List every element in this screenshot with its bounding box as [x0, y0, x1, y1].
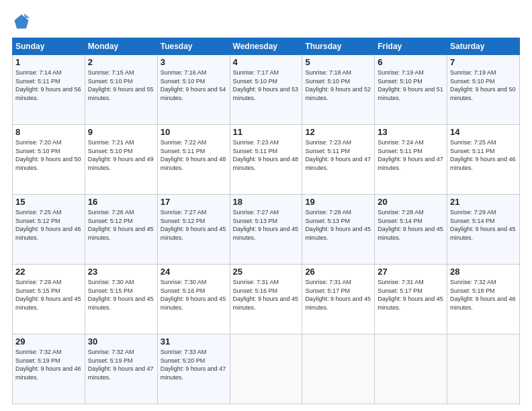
day-info: Sunrise: 7:28 AM Sunset: 5:14 PM Dayligh…: [378, 208, 444, 242]
col-header-saturday: Saturday: [447, 38, 520, 55]
day-info: Sunrise: 7:19 AM Sunset: 5:10 PM Dayligh…: [450, 68, 517, 102]
day-info: Sunrise: 7:31 AM Sunset: 5:17 PM Dayligh…: [305, 278, 371, 312]
calendar-cell: 7 Sunrise: 7:19 AM Sunset: 5:10 PM Dayli…: [447, 55, 520, 125]
day-number: 9: [88, 127, 154, 137]
calendar-cell: 21 Sunrise: 7:29 AM Sunset: 5:14 PM Dayl…: [447, 195, 520, 265]
day-info: Sunrise: 7:27 AM Sunset: 5:13 PM Dayligh…: [233, 208, 300, 242]
col-header-tuesday: Tuesday: [157, 38, 230, 55]
day-info: Sunrise: 7:22 AM Sunset: 5:11 PM Dayligh…: [161, 138, 227, 172]
day-number: 13: [378, 127, 444, 137]
day-info: Sunrise: 7:32 AM Sunset: 5:19 PM Dayligh…: [15, 348, 82, 381]
day-number: 23: [88, 267, 154, 277]
day-number: 28: [450, 267, 517, 277]
day-info: Sunrise: 7:31 AM Sunset: 5:17 PM Dayligh…: [378, 278, 444, 312]
day-info: Sunrise: 7:17 AM Sunset: 5:10 PM Dayligh…: [233, 68, 300, 102]
day-number: 16: [88, 197, 154, 207]
calendar-cell: [375, 334, 447, 404]
day-number: 19: [305, 197, 371, 207]
calendar-cell: [302, 334, 375, 404]
day-info: Sunrise: 7:23 AM Sunset: 5:11 PM Dayligh…: [233, 138, 300, 172]
calendar-cell: 28 Sunrise: 7:32 AM Sunset: 5:18 PM Dayl…: [447, 265, 520, 334]
col-header-sunday: Sunday: [13, 38, 85, 55]
day-number: 4: [233, 57, 300, 67]
day-info: Sunrise: 7:14 AM Sunset: 5:11 PM Dayligh…: [15, 68, 82, 102]
day-number: 7: [450, 57, 517, 67]
calendar-cell: 30 Sunrise: 7:32 AM Sunset: 5:19 PM Dayl…: [85, 334, 157, 404]
day-number: 2: [88, 57, 154, 67]
calendar-cell: 8 Sunrise: 7:20 AM Sunset: 5:10 PM Dayli…: [13, 125, 85, 195]
day-info: Sunrise: 7:32 AM Sunset: 5:19 PM Dayligh…: [88, 348, 154, 381]
day-number: 24: [161, 267, 227, 277]
day-info: Sunrise: 7:28 AM Sunset: 5:13 PM Dayligh…: [305, 208, 371, 242]
calendar-cell: 31 Sunrise: 7:33 AM Sunset: 5:20 PM Dayl…: [157, 334, 230, 404]
day-number: 5: [305, 57, 371, 67]
calendar-cell: 10 Sunrise: 7:22 AM Sunset: 5:11 PM Dayl…: [157, 125, 230, 195]
calendar-week-1: 1 Sunrise: 7:14 AM Sunset: 5:11 PM Dayli…: [13, 55, 520, 125]
col-header-friday: Friday: [375, 38, 447, 55]
logo-icon: [12, 12, 31, 31]
day-number: 12: [305, 127, 371, 137]
day-number: 20: [378, 197, 444, 207]
day-info: Sunrise: 7:25 AM Sunset: 5:11 PM Dayligh…: [450, 138, 517, 172]
day-number: 21: [450, 197, 517, 207]
calendar-cell: 1 Sunrise: 7:14 AM Sunset: 5:11 PM Dayli…: [13, 55, 85, 125]
day-info: Sunrise: 7:29 AM Sunset: 5:14 PM Dayligh…: [450, 208, 517, 242]
day-number: 29: [15, 336, 82, 347]
calendar-cell: 18 Sunrise: 7:27 AM Sunset: 5:13 PM Dayl…: [230, 195, 302, 265]
calendar-cell: 13 Sunrise: 7:24 AM Sunset: 5:11 PM Dayl…: [375, 125, 447, 195]
page: SundayMondayTuesdayWednesdayThursdayFrid…: [0, 0, 532, 411]
day-number: 31: [161, 336, 227, 347]
calendar-cell: 12 Sunrise: 7:23 AM Sunset: 5:11 PM Dayl…: [302, 125, 375, 195]
day-number: 14: [450, 127, 517, 137]
day-info: Sunrise: 7:26 AM Sunset: 5:12 PM Dayligh…: [88, 208, 154, 242]
day-info: Sunrise: 7:31 AM Sunset: 5:16 PM Dayligh…: [233, 278, 300, 312]
calendar-cell: 16 Sunrise: 7:26 AM Sunset: 5:12 PM Dayl…: [85, 195, 157, 265]
day-number: 10: [161, 127, 227, 137]
day-number: 1: [15, 57, 82, 67]
header: [12, 12, 520, 31]
day-info: Sunrise: 7:19 AM Sunset: 5:10 PM Dayligh…: [378, 68, 444, 102]
calendar-cell: 3 Sunrise: 7:16 AM Sunset: 5:10 PM Dayli…: [157, 55, 230, 125]
calendar-cell: 17 Sunrise: 7:27 AM Sunset: 5:12 PM Dayl…: [157, 195, 230, 265]
day-number: 11: [233, 127, 300, 137]
calendar-cell: [230, 334, 302, 404]
day-info: Sunrise: 7:18 AM Sunset: 5:10 PM Dayligh…: [305, 68, 371, 102]
calendar-cell: [447, 334, 520, 404]
calendar-cell: 24 Sunrise: 7:30 AM Sunset: 5:16 PM Dayl…: [157, 265, 230, 334]
day-info: Sunrise: 7:21 AM Sunset: 5:10 PM Dayligh…: [88, 138, 154, 172]
day-info: Sunrise: 7:33 AM Sunset: 5:20 PM Dayligh…: [161, 348, 227, 381]
calendar-week-4: 22 Sunrise: 7:29 AM Sunset: 5:15 PM Dayl…: [13, 265, 520, 334]
col-header-wednesday: Wednesday: [230, 38, 302, 55]
day-number: 18: [233, 197, 300, 207]
calendar-cell: 4 Sunrise: 7:17 AM Sunset: 5:10 PM Dayli…: [230, 55, 302, 125]
logo: [12, 12, 34, 31]
day-info: Sunrise: 7:25 AM Sunset: 5:12 PM Dayligh…: [15, 208, 82, 242]
day-number: 17: [161, 197, 227, 207]
calendar-cell: 22 Sunrise: 7:29 AM Sunset: 5:15 PM Dayl…: [13, 265, 85, 334]
day-info: Sunrise: 7:15 AM Sunset: 5:10 PM Dayligh…: [88, 68, 154, 102]
calendar-cell: 20 Sunrise: 7:28 AM Sunset: 5:14 PM Dayl…: [375, 195, 447, 265]
day-number: 8: [15, 127, 82, 137]
calendar-cell: 25 Sunrise: 7:31 AM Sunset: 5:16 PM Dayl…: [230, 265, 302, 334]
calendar-table: SundayMondayTuesdayWednesdayThursdayFrid…: [12, 38, 520, 404]
calendar-cell: 9 Sunrise: 7:21 AM Sunset: 5:10 PM Dayli…: [85, 125, 157, 195]
day-info: Sunrise: 7:23 AM Sunset: 5:11 PM Dayligh…: [305, 138, 371, 172]
calendar-cell: 23 Sunrise: 7:30 AM Sunset: 5:15 PM Dayl…: [85, 265, 157, 334]
calendar-cell: 6 Sunrise: 7:19 AM Sunset: 5:10 PM Dayli…: [375, 55, 447, 125]
day-info: Sunrise: 7:30 AM Sunset: 5:16 PM Dayligh…: [161, 278, 227, 312]
calendar-cell: 5 Sunrise: 7:18 AM Sunset: 5:10 PM Dayli…: [302, 55, 375, 125]
day-info: Sunrise: 7:30 AM Sunset: 5:15 PM Dayligh…: [88, 278, 154, 312]
day-info: Sunrise: 7:32 AM Sunset: 5:18 PM Dayligh…: [450, 278, 517, 312]
col-header-monday: Monday: [85, 38, 157, 55]
calendar-week-3: 15 Sunrise: 7:25 AM Sunset: 5:12 PM Dayl…: [13, 195, 520, 265]
calendar-header-row: SundayMondayTuesdayWednesdayThursdayFrid…: [13, 38, 520, 55]
calendar-cell: 19 Sunrise: 7:28 AM Sunset: 5:13 PM Dayl…: [302, 195, 375, 265]
day-number: 6: [378, 57, 444, 67]
calendar-cell: 2 Sunrise: 7:15 AM Sunset: 5:10 PM Dayli…: [85, 55, 157, 125]
calendar-week-2: 8 Sunrise: 7:20 AM Sunset: 5:10 PM Dayli…: [13, 125, 520, 195]
calendar-cell: 15 Sunrise: 7:25 AM Sunset: 5:12 PM Dayl…: [13, 195, 85, 265]
col-header-thursday: Thursday: [302, 38, 375, 55]
day-number: 30: [88, 336, 154, 347]
calendar-cell: 26 Sunrise: 7:31 AM Sunset: 5:17 PM Dayl…: [302, 265, 375, 334]
day-number: 3: [161, 57, 227, 67]
